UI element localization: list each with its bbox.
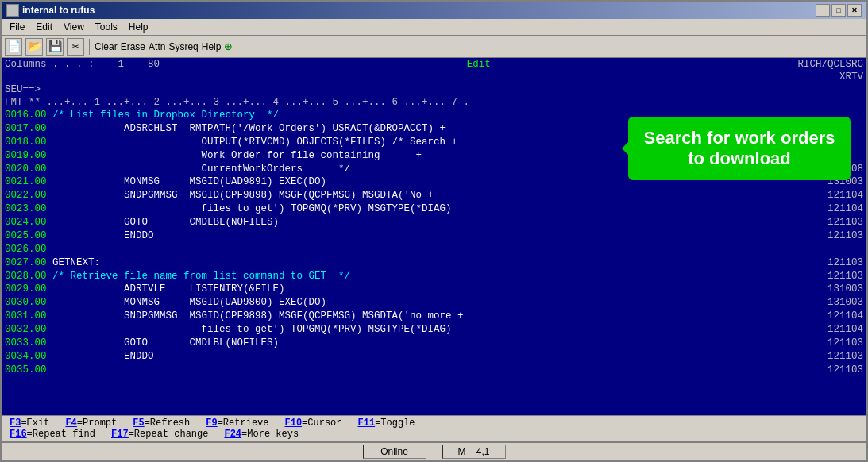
code-area: Search for work orders to download 0016.… xyxy=(2,109,866,415)
maximize-button[interactable]: □ xyxy=(831,4,846,17)
tooltip-bubble: Search for work orders to download xyxy=(628,117,851,180)
attn-button[interactable]: Attn xyxy=(149,41,165,52)
main-content: Columns . . . : 1 80 Edit RICH/QCLSRC XR… xyxy=(2,58,866,415)
table-row: 0034.00 ENDDO 121103 xyxy=(5,350,863,364)
mode-indicator: M 4,1 xyxy=(442,445,506,459)
edit-mode-label: Edit xyxy=(160,59,797,70)
table-row: 0026.00 xyxy=(5,243,863,256)
status-area: F3=Exit F4=Prompt F5=Refresh F9=Retrieve… xyxy=(2,415,866,441)
title-bar: internal to rufus _ □ ✕ xyxy=(2,2,866,19)
toolbar-open-icon[interactable]: 📂 xyxy=(25,38,43,56)
menu-tools[interactable]: Tools xyxy=(91,21,122,33)
status-bar: Online M 4,1 xyxy=(2,441,866,460)
toolbar-new-icon[interactable]: 📄 xyxy=(5,38,22,56)
title-buttons: _ □ ✕ xyxy=(816,4,862,17)
menu-edit[interactable]: Edit xyxy=(31,21,57,33)
main-window: internal to rufus _ □ ✕ File Edit View T… xyxy=(0,0,868,462)
menu-view[interactable]: View xyxy=(59,21,89,33)
help-icon[interactable]: ⊕ xyxy=(224,39,232,55)
window-title: internal to rufus xyxy=(22,5,95,16)
function-keys-row2: F16=Repeat find F17=Repeat change F24=Mo… xyxy=(6,429,862,440)
table-row: 0031.00 SNDPGMMSG MSGID(CPF9898) MSGF(QC… xyxy=(5,310,863,323)
table-row: 0022.00 SNDPGMMSG MSGID(CPF9898) MSGF(QC… xyxy=(5,189,863,202)
source-member: RICH/QCLSRC xyxy=(797,59,863,70)
menu-file[interactable]: File xyxy=(5,21,29,33)
columns-label: Columns . . . : 1 80 xyxy=(5,59,160,70)
fkey-f11[interactable]: F11=Toggle xyxy=(358,418,415,429)
minimize-button[interactable]: _ xyxy=(816,4,830,17)
fmt-row: FMT ** ...+... 1 ...+... 2 ...+... 3 ...… xyxy=(2,96,866,109)
menu-help[interactable]: Help xyxy=(124,21,153,33)
close-button[interactable]: ✕ xyxy=(847,4,862,17)
toolbar: 📄 📂 💾 ✂️ Clear Erase Attn Sysreq Help ⊕ xyxy=(2,36,866,58)
fkey-f16[interactable]: F16=Repeat find xyxy=(10,429,95,440)
table-row: 0024.00 GOTO CMDLBL(NOFILES) 121103 xyxy=(5,216,863,229)
help-button[interactable]: Help xyxy=(202,41,222,52)
erase-button[interactable]: Erase xyxy=(121,41,145,52)
header-right-row: XRTV xyxy=(2,71,866,83)
table-row: 0033.00 GOTO CMDLBL(NOFILES) 121103 xyxy=(5,337,863,350)
toolbar-save-icon[interactable]: 💾 xyxy=(46,38,64,56)
table-row: 0027.00 GETNEXT: 121103 xyxy=(5,256,863,270)
table-row: 0029.00 ADRTVLE LISTENTRY(&FILE) 131003 xyxy=(5,283,863,296)
fkey-f4[interactable]: F4=Prompt xyxy=(65,418,117,429)
table-row: 0023.00 files to get') TOPGMQ(*PRV) MSGT… xyxy=(5,202,863,216)
table-row: 0035.00 121103 xyxy=(5,364,863,377)
menu-bar: File Edit View Tools Help xyxy=(2,19,866,36)
source-sub: XRTV xyxy=(839,71,863,83)
clear-button[interactable]: Clear xyxy=(95,41,118,52)
seu-row: SEU==> xyxy=(2,83,866,96)
table-row: 0028.00 /* Retrieve file name from list … xyxy=(5,270,863,283)
table-row: 0030.00 MONMSG MSGID(UAD9800) EXEC(DO) 1… xyxy=(5,296,863,310)
table-row: 0025.00 ENDDO 121103 xyxy=(5,229,863,243)
fkey-f24[interactable]: F24=More keys xyxy=(224,429,299,440)
online-status: Online xyxy=(363,445,426,459)
app-icon xyxy=(6,4,19,17)
fkey-f9[interactable]: F9=Retrieve xyxy=(206,418,268,429)
sysreq-button[interactable]: Sysreq xyxy=(168,41,198,52)
fkey-f10[interactable]: F10=Cursor xyxy=(284,418,341,429)
function-keys-row1: F3=Exit F4=Prompt F5=Refresh F9=Retrieve… xyxy=(6,418,862,429)
fkey-f17[interactable]: F17=Repeat change xyxy=(111,429,208,440)
toolbar-cut-icon[interactable]: ✂️ xyxy=(67,38,84,56)
fkey-f3[interactable]: F3=Exit xyxy=(10,418,49,429)
table-row: 0032.00 files to get') TOPGMQ(*PRV) MSGT… xyxy=(5,323,863,337)
fkey-f5[interactable]: F5=Refresh xyxy=(133,418,190,429)
header-row: Columns . . . : 1 80 Edit RICH/QCLSRC xyxy=(2,58,866,71)
toolbar-separator xyxy=(89,39,90,55)
title-bar-left: internal to rufus xyxy=(6,4,95,17)
